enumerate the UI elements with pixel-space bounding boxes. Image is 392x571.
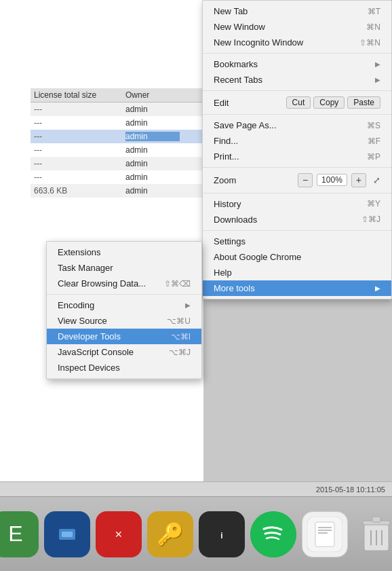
menu-item-about[interactable]: About Google Chrome — [203, 249, 391, 265]
submenu-item-extensions[interactable]: Extensions — [47, 244, 201, 260]
dock-icon-keychain[interactable]: 🔑 — [147, 511, 193, 557]
cell-owner: admin — [125, 159, 180, 168]
table-row[interactable]: --- admin — [31, 170, 203, 184]
cell-owner: admin — [125, 186, 180, 196]
table-row[interactable]: 663.6 KB admin — [31, 184, 203, 198]
submenu-section-tools: Extensions Task Manager Clear Browsing D… — [47, 242, 201, 295]
menu-item-print[interactable]: Print... ⌘P — [203, 149, 391, 164]
submenu-section-dev: Encoding ▶ View Source ⌥⌘U Developer Too… — [47, 295, 201, 379]
menu-item-recent-tabs[interactable]: Recent Tabs ▶ — [203, 72, 391, 88]
dock-icon-istatmenus[interactable]: i — [199, 511, 245, 557]
table-header-row: License total size Owner — [31, 88, 203, 103]
cell-owner: admin — [125, 172, 180, 182]
menu-item-downloads[interactable]: Downloads ⇧⌘J — [203, 212, 391, 227]
table-row[interactable]: --- admin — [31, 103, 203, 116]
zoom-label: Zoom — [214, 175, 236, 185]
svg-rect-1 — [62, 532, 73, 537]
cell-owner: admin — [125, 118, 180, 128]
submenu-item-developer-tools[interactable]: Developer Tools ⌥⌘I — [47, 329, 201, 344]
svg-rect-14 — [372, 517, 380, 522]
menu-section-new: New Tab ⌘T New Window ⌘N New Incognito W… — [203, 1, 391, 54]
dock-icon-virtualbox[interactable] — [44, 511, 90, 557]
license-table: License total size Owner --- admin --- a… — [31, 88, 203, 198]
cell-owner: admin — [125, 132, 180, 141]
table-row[interactable]: --- admin — [31, 157, 203, 170]
zoom-row: Zoom − 100% + ⤢ — [203, 170, 391, 190]
submenu-item-clear-browsing[interactable]: Clear Browsing Data... ⇧⌘⌫ — [47, 276, 201, 291]
more-tools-submenu: Extensions Task Manager Clear Browsing D… — [46, 241, 202, 380]
menu-item-find[interactable]: Find... ⌘F — [203, 133, 391, 149]
zoom-plus-button[interactable]: + — [351, 173, 366, 187]
table-row[interactable]: --- admin — [31, 143, 203, 157]
svg-text:✕: ✕ — [115, 529, 123, 540]
zoom-value: 100% — [317, 174, 347, 186]
fullscreen-button[interactable]: ⤢ — [373, 175, 380, 185]
dock: E ✕ 🔑 i — [0, 496, 392, 571]
cell-license: --- — [31, 145, 125, 155]
submenu-item-encoding[interactable]: Encoding ▶ — [47, 297, 201, 313]
cell-license: 663.6 KB — [31, 186, 125, 196]
col-header-license: License total size — [31, 90, 125, 100]
menu-section-history: History ⌘Y Downloads ⇧⌘J — [203, 194, 391, 231]
menu-section-settings: Settings About Google Chrome Help More t… — [203, 231, 391, 299]
table-body: --- admin --- admin --- admin --- admin … — [31, 103, 203, 198]
cell-license: --- — [31, 159, 125, 168]
col-header-owner: Owner — [125, 90, 180, 100]
cut-button[interactable]: Cut — [286, 96, 311, 109]
menu-section-edit: Edit Cut Copy Paste — [203, 91, 391, 115]
menu-item-save-page[interactable]: Save Page As... ⌘S — [203, 117, 391, 133]
menu-section-page: Save Page As... ⌘S Find... ⌘F Print... ⌘… — [203, 115, 391, 168]
cell-owner: admin — [125, 105, 180, 114]
menu-item-more-tools[interactable]: More tools ▶ — [203, 280, 391, 296]
copy-button[interactable]: Copy — [313, 96, 345, 109]
menu-item-help[interactable]: Help — [203, 265, 391, 280]
dock-icon-spotify[interactable] — [250, 511, 296, 557]
zoom-minus-button[interactable]: − — [298, 173, 313, 187]
svg-rect-8 — [315, 522, 334, 547]
paste-button[interactable]: Paste — [347, 96, 380, 109]
menu-item-new-incognito[interactable]: New Incognito Window ⇧⌘N — [203, 35, 391, 50]
cell-owner: admin — [125, 145, 180, 155]
submenu-item-task-manager[interactable]: Task Manager — [47, 260, 201, 276]
svg-text:i: i — [220, 531, 222, 540]
edit-label: Edit — [214, 98, 229, 108]
chrome-dropdown-menu: New Tab ⌘T New Window ⌘N New Incognito W… — [202, 0, 392, 299]
menu-item-history[interactable]: History ⌘Y — [203, 196, 391, 212]
submenu-item-js-console[interactable]: JavaScript Console ⌥⌘J — [47, 344, 201, 360]
menu-section-zoom: Zoom − 100% + ⤢ — [203, 168, 391, 194]
menu-section-bookmarks: Bookmarks ▶ Recent Tabs ▶ — [203, 54, 391, 91]
status-bar: 2015-05-18 10:11:05 — [0, 481, 392, 496]
submenu-item-view-source[interactable]: View Source ⌥⌘U — [47, 313, 201, 329]
dock-icon-evernote[interactable]: E — [0, 511, 39, 557]
cell-license: --- — [31, 118, 125, 128]
table-row[interactable]: --- admin — [31, 130, 203, 143]
menu-item-bookmarks[interactable]: Bookmarks ▶ — [203, 56, 391, 72]
dock-icon-pages[interactable] — [302, 511, 348, 557]
datetime-label: 2015-05-18 10:11:05 — [316, 485, 385, 494]
menu-item-new-window[interactable]: New Window ⌘N — [203, 19, 391, 35]
table-row[interactable]: --- admin — [31, 116, 203, 130]
cell-license: --- — [31, 172, 125, 182]
cell-license: --- — [31, 132, 125, 141]
svg-point-6 — [250, 511, 296, 557]
dock-icon-trash[interactable] — [353, 511, 392, 557]
menu-item-settings[interactable]: Settings — [203, 234, 391, 249]
submenu-item-inspect-devices[interactable]: Inspect Devices — [47, 360, 201, 375]
edit-row: Edit Cut Copy Paste — [203, 94, 391, 111]
menu-item-new-tab[interactable]: New Tab ⌘T — [203, 3, 391, 19]
cell-license: --- — [31, 105, 125, 114]
dock-icon-antivirus[interactable]: ✕ — [96, 511, 142, 557]
